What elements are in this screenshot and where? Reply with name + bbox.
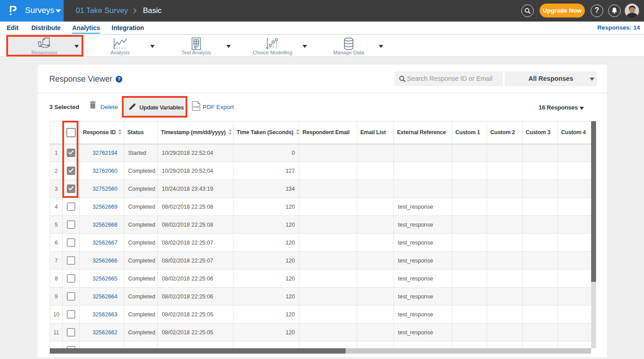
svg-text:PDF: PDF (193, 105, 200, 109)
